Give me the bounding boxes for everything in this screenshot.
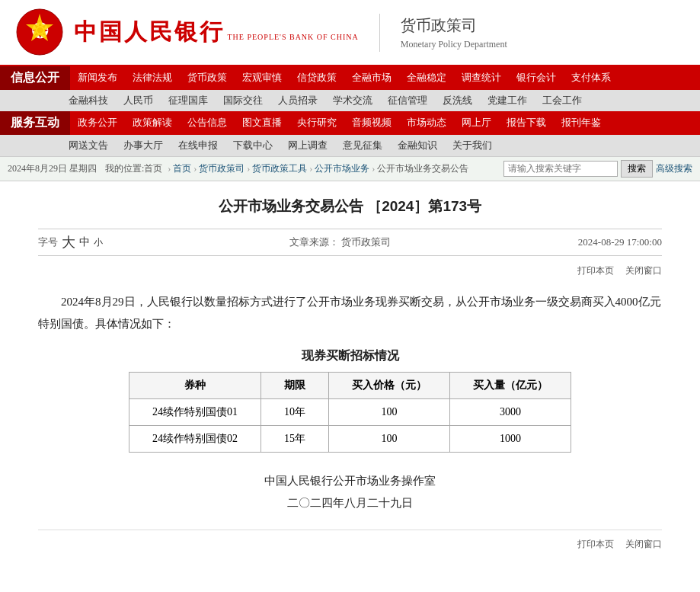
table-title: 现券买断招标情况	[38, 348, 662, 364]
nav-item-download[interactable]: 下载中心	[225, 135, 280, 156]
location-label: 我的位置:首页	[105, 162, 162, 175]
nav-label-spacer	[0, 90, 61, 111]
data-table: 券种 期限 买入价格（元） 买入量（亿元） 24续作特别国债01 10年 100…	[129, 372, 571, 453]
dept-en: Monetary Policy Department	[401, 39, 507, 50]
cell-price-1: 100	[329, 399, 450, 426]
nav-item-announcements[interactable]: 公告信息	[180, 111, 235, 135]
nav-item-online-report[interactable]: 在线申报	[171, 135, 225, 156]
cell-price-2: 100	[329, 426, 450, 453]
logo-english: THE PEOPLE'S BANK OF CHINA	[228, 33, 359, 41]
nav-row-4: 网送文告 办事大厅 在线申报 下载中心 网上调查 意见征集 金融知识 关于我们	[0, 135, 700, 156]
nav-item-financial-market[interactable]: 全融市场	[344, 66, 399, 90]
bank-emblem-icon: ❂	[15, 8, 65, 57]
nav-item-union[interactable]: 工会工作	[535, 90, 590, 111]
logo-area: ❂ 中国人民银行 THE PEOPLE'S BANK OF CHINA 货币政策…	[15, 8, 507, 57]
nav-label-info: 信息公开	[0, 66, 70, 90]
nav-item-graphic[interactable]: 图文直播	[235, 111, 289, 135]
nav-item-monetary[interactable]: 货币政策	[180, 66, 235, 90]
col-header-security: 券种	[129, 373, 261, 399]
font-small-btn[interactable]: 小	[94, 236, 103, 249]
cell-security-2: 24续作特别国债02	[129, 426, 261, 453]
print-bottom-link[interactable]: 打印本页	[577, 538, 614, 551]
nav-item-treasury[interactable]: 征理国库	[161, 90, 216, 111]
close-top-link[interactable]: 关闭窗口	[625, 264, 662, 277]
nav-item-news[interactable]: 新闻发布	[70, 66, 125, 90]
source-area: 文章来源： 货币政策司	[289, 235, 391, 249]
nav-item-service-hall[interactable]: 办事大厅	[116, 135, 171, 156]
font-size-area: 字号 大 中 小	[38, 233, 103, 251]
nav-item-party[interactable]: 党建工作	[480, 90, 535, 111]
publish-datetime: 2024-08-29 17:00:00	[578, 236, 662, 248]
nav-row4-items: 网送文告 办事大厅 在线申报 下载中心 网上调查 意见征集 金融知识 关于我们	[61, 135, 500, 156]
col-header-volume: 买入量（亿元）	[450, 373, 571, 399]
nav-row2-items: 金融科技 人民币 征理国库 国际交往 人员招录 学术交流 征信管理 反洗线 党建…	[61, 90, 590, 111]
breadcrumb-dept[interactable]: 货币政策司	[199, 162, 245, 175]
nav-item-survey2[interactable]: 网上调查	[280, 135, 335, 156]
nav-item-payment[interactable]: 支付体系	[564, 66, 618, 90]
page-title: 公开市场业务交易公告 ［2024］第173号	[38, 197, 662, 216]
nav-section: 信息公开 新闻发布 法律法规 货币政策 宏观审慎 信贷政策 全融市场 全融稳定 …	[0, 66, 700, 156]
datetime-area: 2024-08-29 17:00:00	[578, 236, 662, 248]
nav-row-1: 信息公开 新闻发布 法律法规 货币政策 宏观审慎 信贷政策 全融市场 全融稳定 …	[0, 66, 700, 90]
print-top-link[interactable]: 打印本页	[577, 264, 614, 277]
nav-row1-items: 新闻发布 法律法规 货币政策 宏观审慎 信贷政策 全融市场 全融稳定 调查统计 …	[70, 66, 618, 90]
col-header-term: 期限	[261, 373, 329, 399]
breadcrumb-sep4: ›	[309, 163, 312, 174]
nav-item-online-notice[interactable]: 网送文告	[61, 135, 116, 156]
advanced-search-link[interactable]: 高级搜索	[656, 162, 692, 175]
meta-row: 字号 大 中 小 文章来源： 货币政策司 2024-08-29 17:00:00	[38, 229, 662, 256]
breadcrumb-open-market[interactable]: 公开市场业务	[315, 162, 369, 175]
nav-label-service: 服务互动	[0, 111, 70, 135]
nav-item-rmb[interactable]: 人民币	[116, 90, 161, 111]
header: ❂ 中国人民银行 THE PEOPLE'S BANK OF CHINA 货币政策…	[0, 0, 700, 66]
font-mid-btn[interactable]: 中	[79, 235, 90, 249]
page-content: 公开市场业务交易公告 ［2024］第173号 字号 大 中 小 文章来源： 货币…	[0, 181, 700, 574]
nav-item-financial-stable[interactable]: 全融稳定	[399, 66, 454, 90]
nav-item-yearbook[interactable]: 报刊年鉴	[554, 111, 609, 135]
nav-item-financial-knowledge[interactable]: 金融知识	[390, 135, 445, 156]
breadcrumb-bar: 2024年8月29日 星期四 我的位置:首页 › 首页 › 货币政策司 › 货币…	[0, 156, 700, 181]
nav-item-gov-affairs[interactable]: 政务公开	[70, 111, 125, 135]
nav-item-banking[interactable]: 银行会计	[509, 66, 564, 90]
nav-label-spacer2	[0, 135, 61, 156]
nav-item-about[interactable]: 关于我们	[445, 135, 500, 156]
nav-item-international[interactable]: 国际交往	[216, 90, 270, 111]
nav-item-audio[interactable]: 音频视频	[344, 111, 399, 135]
nav-item-policy-interpret[interactable]: 政策解读	[125, 111, 180, 135]
search-area: 搜索 高级搜索	[503, 160, 692, 178]
nav-item-aml[interactable]: 反洗线	[435, 90, 480, 111]
search-input[interactable]	[503, 161, 618, 177]
search-button[interactable]: 搜索	[621, 160, 653, 178]
dept-divider	[379, 14, 380, 52]
nav-item-credit-mgmt[interactable]: 征信管理	[380, 90, 435, 111]
source-value: 货币政策司	[341, 235, 391, 249]
nav-row-2: 金融科技 人民币 征理国库 国际交往 人员招录 学术交流 征信管理 反洗线 党建…	[0, 90, 700, 111]
dept-cn: 货币政策司	[401, 15, 507, 36]
close-bottom-link[interactable]: 关闭窗口	[625, 538, 662, 551]
breadcrumb-sep3: ›	[247, 163, 250, 174]
top-actions: 打印本页 关闭窗口	[38, 262, 662, 283]
nav-item-survey[interactable]: 调查统计	[454, 66, 509, 90]
nav-item-online-hall[interactable]: 网上厅	[454, 111, 499, 135]
nav-item-opinion[interactable]: 意见征集	[335, 135, 390, 156]
cell-security-1: 24续作特别国债01	[129, 399, 261, 426]
footer-org: 中国人民银行公开市场业务操作室	[38, 474, 662, 488]
nav-item-recruitment[interactable]: 人员招录	[270, 90, 325, 111]
nav-item-macro[interactable]: 宏观审慎	[235, 66, 289, 90]
nav-row3-items: 政务公开 政策解读 公告信息 图文直播 央行研究 音频视频 市场动态 网上厅 报…	[70, 111, 609, 135]
breadcrumb-sep5: ›	[372, 163, 375, 174]
nav-item-fintech[interactable]: 金融科技	[61, 90, 116, 111]
font-big-btn[interactable]: 大	[62, 233, 75, 251]
nav-item-market[interactable]: 市场动态	[399, 111, 454, 135]
nav-item-law[interactable]: 法律法规	[125, 66, 180, 90]
nav-item-credit[interactable]: 信贷政策	[289, 66, 344, 90]
bottom-actions: 打印本页 关闭窗口	[38, 530, 662, 558]
nav-item-reports[interactable]: 报告下载	[499, 111, 554, 135]
footer-date: 二〇二四年八月二十九日	[38, 496, 662, 510]
breadcrumb-home[interactable]: 首页	[173, 162, 191, 175]
nav-item-research[interactable]: 央行研究	[289, 111, 344, 135]
breadcrumb-tools[interactable]: 货币政策工具	[252, 162, 307, 175]
table-header-row: 券种 期限 买入价格（元） 买入量（亿元）	[129, 373, 571, 399]
nav-item-academic[interactable]: 学术交流	[325, 90, 380, 111]
table-row: 24续作特别国债02 15年 100 1000	[129, 426, 571, 453]
